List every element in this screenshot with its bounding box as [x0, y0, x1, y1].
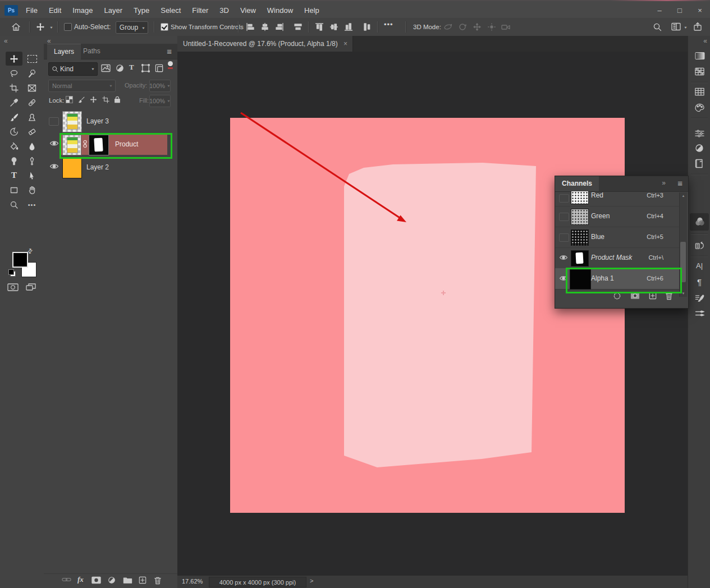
channel-row-red[interactable]: Red Ctrl+3 — [555, 191, 679, 206]
paint-bucket-tool[interactable] — [6, 139, 22, 153]
filter-adjustment-layers-icon[interactable] — [116, 64, 124, 72]
move-tool-icon[interactable] — [36, 22, 45, 33]
menu-type[interactable]: Type — [128, 2, 155, 19]
photoshop-logo[interactable]: Ps — [4, 5, 18, 16]
align-bottom-icon[interactable] — [344, 22, 353, 31]
visibility-toggle-empty[interactable] — [49, 117, 59, 126]
document-tab[interactable]: Untitled-1-Recovered @ 17.6% (Product, A… — [177, 36, 353, 52]
layer-row-layer3[interactable]: Layer 3 — [44, 110, 177, 133]
menu-edit[interactable]: Edit — [43, 2, 67, 19]
gradients-panel-icon[interactable] — [695, 52, 705, 62]
tab-channels[interactable]: Channels — [555, 176, 599, 191]
workspace-chevron-icon[interactable]: ▼ — [684, 26, 688, 29]
menu-layer[interactable]: Layer — [99, 2, 129, 19]
search-icon[interactable] — [653, 22, 662, 31]
add-layer-mask-icon[interactable] — [91, 576, 101, 584]
menu-3d[interactable]: 3D — [214, 2, 235, 19]
collapse-right-strip-icon[interactable]: « — [703, 37, 707, 45]
color-panel-icon[interactable] — [695, 103, 704, 112]
eyedropper-tool[interactable] — [6, 95, 22, 109]
fill-value-field[interactable]: 100% ▼ — [149, 95, 171, 107]
adjustments-panel-icon[interactable] — [695, 144, 704, 153]
filter-shape-layers-icon[interactable] — [141, 64, 150, 72]
layer3-thumbnail[interactable] — [62, 111, 82, 132]
tool-preset-chevron-icon[interactable]: ▼ — [49, 26, 53, 29]
layer-filter-dropdown[interactable]: Kind ▼ — [48, 62, 98, 76]
character-panel-icon[interactable]: A| — [688, 261, 710, 270]
visibility-eye-icon[interactable] — [49, 140, 59, 147]
auto-select-mode-dropdown[interactable]: Group ▼ — [116, 21, 148, 34]
lock-image-pixels-icon[interactable] — [78, 96, 85, 103]
menu-window[interactable]: Window — [262, 2, 299, 19]
type-tool[interactable]: T — [6, 168, 22, 182]
opacity-value-field[interactable]: 100% ▼ — [149, 80, 171, 92]
lock-all-icon[interactable] — [114, 96, 121, 103]
share-icon[interactable] — [693, 22, 702, 31]
zoom-tool[interactable] — [6, 197, 22, 212]
delete-layer-icon[interactable] — [154, 576, 162, 585]
blur-tool[interactable] — [24, 139, 40, 153]
history-panel-icon[interactable] — [695, 241, 704, 251]
clone-stamp-tool[interactable] — [24, 110, 40, 124]
marquee-tool[interactable] — [24, 52, 40, 66]
workspace-icon[interactable] — [671, 22, 681, 31]
home-icon[interactable] — [11, 22, 21, 31]
channel-row-product-mask[interactable]: Product Mask Ctrl+\ — [555, 247, 679, 269]
close-button[interactable]: × — [690, 2, 710, 19]
distribute-v-icon[interactable] — [363, 22, 372, 31]
menu-view[interactable]: View — [235, 2, 262, 19]
align-right-icon[interactable] — [275, 22, 284, 31]
healing-brush-tool[interactable] — [24, 95, 40, 109]
adjustment-layer-icon[interactable] — [108, 576, 116, 584]
layer2-thumbnail[interactable] — [62, 158, 82, 178]
distribute-h-icon[interactable] — [294, 22, 303, 31]
minimize-button[interactable]: – — [649, 2, 670, 19]
foreground-color-swatch[interactable] — [12, 252, 28, 268]
menu-help[interactable]: Help — [299, 2, 325, 19]
rectangle-tool[interactable] — [6, 183, 22, 197]
lock-artboard-icon[interactable] — [102, 96, 109, 103]
auto-select-checkbox[interactable] — [64, 23, 72, 31]
menu-select[interactable]: Select — [155, 2, 186, 19]
blend-mode-dropdown[interactable]: Normal ▼ — [48, 80, 116, 92]
new-group-icon[interactable] — [123, 576, 132, 584]
glyphs-panel-icon[interactable] — [695, 294, 704, 302]
layer-name[interactable]: Layer 2 — [86, 163, 109, 171]
history-brush-tool[interactable] — [6, 125, 22, 139]
quick-mask-icon[interactable] — [7, 283, 19, 292]
visibility-eye-icon[interactable] — [49, 163, 59, 170]
brush-tool[interactable] — [6, 110, 22, 124]
move-tool[interactable] — [6, 52, 22, 66]
filter-smart-objects-icon[interactable] — [155, 64, 163, 72]
tab-paths[interactable]: Paths — [76, 44, 107, 59]
quick-selection-tool[interactable] — [24, 66, 40, 80]
channel-row-green[interactable]: Green Ctrl+4 — [555, 206, 679, 227]
show-transform-checkbox[interactable] — [161, 23, 168, 31]
default-colors-icon[interactable] — [8, 269, 16, 277]
lock-position-icon[interactable] — [90, 96, 97, 105]
more-align-options-button[interactable]: ••• — [384, 20, 393, 29]
collapse-toolbar-icon[interactable]: « — [4, 37, 8, 45]
tab-close-icon[interactable]: × — [338, 40, 352, 48]
visibility-toggle-empty[interactable] — [559, 213, 569, 221]
lasso-tool[interactable] — [6, 66, 22, 80]
filter-type-layers-icon[interactable]: T — [129, 63, 134, 72]
menu-image[interactable]: Image — [67, 2, 98, 19]
paragraph-panel-icon[interactable]: ¶ — [688, 277, 710, 287]
new-layer-icon[interactable] — [139, 576, 146, 584]
visibility-eye-icon[interactable] — [559, 254, 568, 261]
layer-style-fx-button[interactable]: fx — [77, 575, 84, 584]
path-selection-tool[interactable] — [24, 168, 40, 182]
canvas-viewport[interactable] — [177, 52, 688, 575]
eraser-tool[interactable] — [24, 125, 40, 139]
visibility-toggle-empty[interactable] — [559, 194, 569, 203]
libraries-panel-icon[interactable] — [695, 159, 704, 168]
properties-panel-icon[interactable] — [695, 129, 704, 138]
channels-panel-icon[interactable] — [695, 217, 705, 228]
filter-pixel-layers-icon[interactable] — [101, 64, 111, 72]
hand-tool[interactable] — [24, 183, 40, 197]
layers-panel-menu-icon[interactable]: ≡ — [167, 47, 172, 56]
frame-tool[interactable] — [24, 81, 40, 95]
layer-name[interactable]: Layer 3 — [86, 117, 109, 125]
maximize-button[interactable]: □ — [670, 2, 690, 19]
